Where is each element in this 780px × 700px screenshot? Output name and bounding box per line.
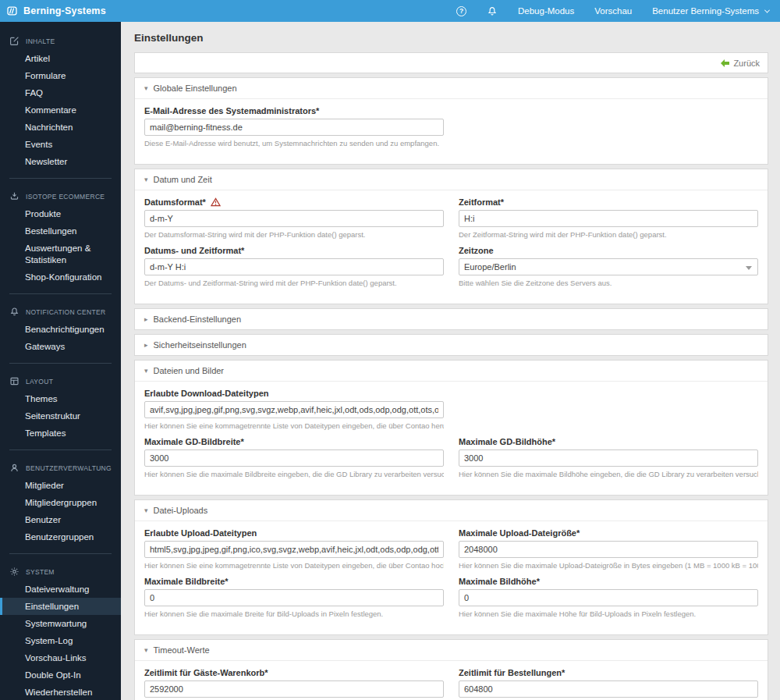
time-format-field-group: Zeitformat* Der Zeitformat-String wird m… bbox=[459, 197, 758, 239]
divider bbox=[9, 178, 112, 179]
section-datei-uploads: Datei-Uploads Erlaubte Upload-Dateitypen… bbox=[134, 499, 768, 635]
sidebar-item-nachrichten[interactable]: Nachrichten bbox=[0, 119, 121, 136]
max-upload-size-input[interactable] bbox=[459, 541, 758, 558]
time-format-help: Der Zeitformat-String wird mit der PHP-F… bbox=[459, 230, 758, 239]
sidebar-item-events[interactable]: Events bbox=[0, 136, 121, 153]
divider bbox=[9, 293, 112, 294]
expand-icon bbox=[144, 342, 148, 349]
sidebar: INHALTE Artikel Formulare FAQ Kommentare… bbox=[0, 22, 121, 700]
gd-width-input[interactable] bbox=[144, 449, 444, 467]
time-format-input[interactable] bbox=[459, 210, 758, 227]
section-dateien-und-bilder: Dateien und Bilder Erlaubte Download-Dat… bbox=[134, 360, 768, 496]
divider bbox=[9, 363, 112, 364]
warning-icon bbox=[211, 197, 221, 207]
sidebar-item-gateways[interactable]: Gateways bbox=[0, 338, 121, 355]
nav-group-system[interactable]: SYSTEM bbox=[0, 560, 121, 581]
timezone-field-group: Zeitzone Europe/Berlin Bitte wählen Sie … bbox=[459, 246, 758, 287]
section-toggle-timeout-werte[interactable]: Timeout-Werte bbox=[135, 640, 768, 660]
section-backend-einstellungen: Backend-Einstellungen bbox=[134, 308, 768, 330]
sidebar-item-bestellungen[interactable]: Bestellungen bbox=[0, 222, 121, 240]
download-types-field-group: Erlaubte Download-Dateitypen Hier können… bbox=[144, 389, 444, 430]
section-title: Globale Einstellungen bbox=[154, 84, 237, 93]
sidebar-item-systemwartung[interactable]: Systemwartung bbox=[0, 615, 121, 632]
back-button[interactable]: Zurück bbox=[733, 59, 760, 68]
sidebar-item-vorschau-links[interactable]: Vorschau-Links bbox=[0, 649, 121, 666]
gd-height-input[interactable] bbox=[459, 449, 758, 467]
collapse-icon bbox=[144, 85, 148, 92]
sidebar-item-formulare[interactable]: Formulare bbox=[0, 67, 121, 84]
help-button[interactable]: ? bbox=[456, 6, 466, 16]
sidebar-item-produkte[interactable]: Produkte bbox=[0, 205, 121, 222]
sidebar-item-artikel[interactable]: Artikel bbox=[0, 50, 121, 67]
sidebar-item-benutzer[interactable]: Benutzer bbox=[0, 511, 121, 528]
section-globale-einstellungen: Globale Einstellungen E-Mail-Adresse des… bbox=[134, 77, 768, 165]
sidebar-item-seitenstruktur[interactable]: Seitenstruktur bbox=[0, 407, 121, 425]
section-toggle-dateien-und-bilder[interactable]: Dateien und Bilder bbox=[135, 361, 768, 381]
section-title: Timeout-Werte bbox=[154, 645, 210, 655]
max-upload-size-label: Maximale Upload-Dateigröße* bbox=[459, 528, 758, 538]
download-icon bbox=[9, 191, 20, 201]
sidebar-item-auswertungen-statistiken[interactable]: Auswertungen & Statistiken bbox=[0, 240, 121, 268]
nav-group-notification-center[interactable]: NOTIFICATION CENTER bbox=[0, 300, 121, 321]
gear-icon bbox=[9, 567, 20, 577]
section-sicherheitseinstellungen: Sicherheitseinstellungen bbox=[134, 334, 768, 356]
guest-cart-timeout-input[interactable] bbox=[144, 680, 444, 698]
section-toggle-backend-einstellungen[interactable]: Backend-Einstellungen bbox=[135, 309, 768, 329]
section-title: Backend-Einstellungen bbox=[154, 314, 242, 324]
nav-group-layout[interactable]: LAYOUT bbox=[0, 370, 121, 390]
nav-group-benutzerverwaltung[interactable]: BENUTZERVERWALTUNG bbox=[0, 457, 121, 477]
sidebar-item-newsletter[interactable]: Newsletter bbox=[0, 153, 121, 170]
download-types-input[interactable] bbox=[144, 401, 444, 418]
upload-types-input[interactable] bbox=[144, 541, 444, 558]
grid-icon bbox=[9, 376, 20, 386]
sidebar-item-benachrichtigungen[interactable]: Benachrichtigungen bbox=[0, 321, 121, 338]
sidebar-item-double-opt-in[interactable]: Double Opt-In bbox=[0, 666, 121, 684]
notifications-button[interactable] bbox=[487, 5, 498, 17]
sidebar-item-dateiverwaltung[interactable]: Dateiverwaltung bbox=[0, 581, 121, 598]
sidebar-item-kommentare[interactable]: Kommentare bbox=[0, 101, 121, 119]
nav-group-inhalte[interactable]: INHALTE bbox=[0, 30, 121, 50]
guest-cart-timeout-label: Zeitlimit für Gäste-Warenkorb* bbox=[144, 668, 444, 677]
max-image-height-input[interactable] bbox=[459, 589, 758, 606]
admin-email-input[interactable] bbox=[144, 119, 444, 136]
section-toggle-datum-und-zeit[interactable]: Datum und Zeit bbox=[135, 169, 768, 190]
date-format-help: Der Datumsformat-String wird mit der PHP… bbox=[144, 230, 444, 239]
sidebar-item-wiederherstellen[interactable]: Wiederherstellen bbox=[0, 684, 121, 700]
timezone-label: Zeitzone bbox=[459, 246, 758, 255]
debug-mode-link[interactable]: Debug-Modus bbox=[518, 6, 574, 16]
sidebar-item-system-log[interactable]: System-Log bbox=[0, 632, 121, 649]
sidebar-item-mitgliedergruppen[interactable]: Mitgliedergruppen bbox=[0, 494, 121, 511]
admin-email-help: Diese E-Mail-Adresse wird benutzt, um Sy… bbox=[144, 139, 444, 147]
brand[interactable]: Berning-Systems bbox=[0, 5, 106, 16]
preview-link[interactable]: Vorschau bbox=[594, 6, 632, 16]
section-title: Datum und Zeit bbox=[154, 175, 212, 184]
download-types-label: Erlaubte Download-Dateitypen bbox=[144, 389, 444, 398]
section-toggle-sicherheitseinstellungen[interactable]: Sicherheitseinstellungen bbox=[135, 335, 768, 355]
sidebar-item-shop-konfiguration[interactable]: Shop-Konfiguration bbox=[0, 268, 121, 286]
sidebar-item-einstellungen[interactable]: Einstellungen bbox=[0, 598, 121, 615]
user-icon bbox=[9, 463, 20, 473]
section-title: Sicherheitseinstellungen bbox=[154, 340, 246, 350]
divider bbox=[9, 449, 112, 450]
bell-icon bbox=[487, 5, 498, 17]
timezone-select[interactable]: Europe/Berlin bbox=[459, 258, 758, 275]
max-upload-size-field-group: Maximale Upload-Dateigröße* Hier können … bbox=[459, 528, 758, 570]
orders-timeout-input[interactable] bbox=[459, 680, 758, 698]
user-menu[interactable]: Benutzer Berning-Systems bbox=[652, 6, 769, 16]
section-toggle-datei-uploads[interactable]: Datei-Uploads bbox=[135, 500, 768, 521]
sidebar-item-faq[interactable]: FAQ bbox=[0, 84, 121, 101]
sidebar-item-mitglieder[interactable]: Mitglieder bbox=[0, 477, 121, 494]
back-arrow-icon bbox=[721, 59, 729, 67]
nav-group-isotope-ecommerce[interactable]: ISOTOPE ECOMMERCE bbox=[0, 185, 121, 205]
datetime-format-input[interactable] bbox=[144, 258, 444, 275]
section-title: Datei-Uploads bbox=[154, 506, 208, 515]
max-image-width-input[interactable] bbox=[144, 589, 444, 606]
sidebar-item-templates[interactable]: Templates bbox=[0, 425, 121, 442]
date-format-input[interactable] bbox=[144, 210, 444, 227]
sidebar-item-benutzergruppen[interactable]: Benutzergruppen bbox=[0, 528, 121, 545]
section-toggle-globale-einstellungen[interactable]: Globale Einstellungen bbox=[135, 78, 768, 98]
sidebar-item-themes[interactable]: Themes bbox=[0, 390, 121, 407]
section-timeout-werte: Timeout-Werte Zeitlimit für Gäste-Warenk… bbox=[134, 639, 768, 700]
dropdown-arrow-icon bbox=[746, 266, 752, 270]
page-title: Einstellungen bbox=[121, 22, 780, 52]
